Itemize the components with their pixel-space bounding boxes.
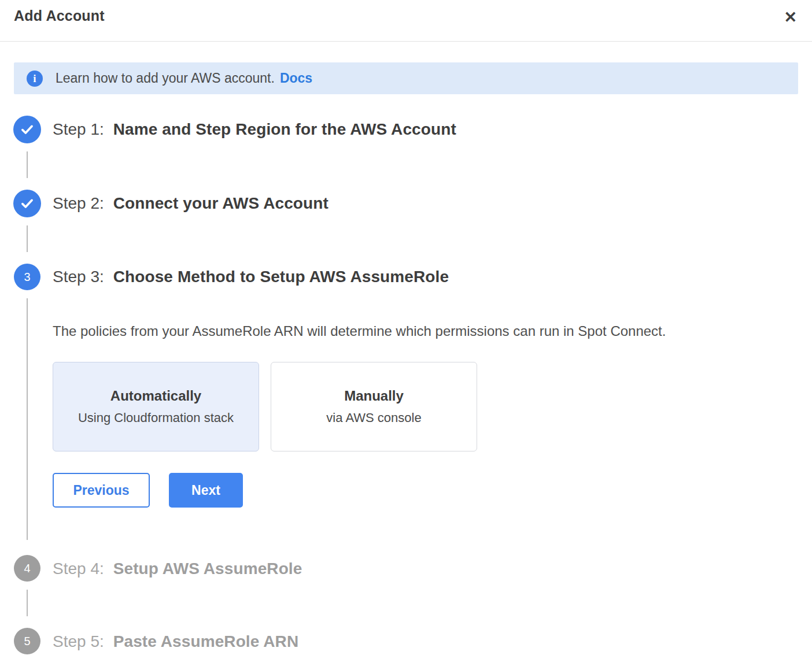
modal-title: Add Account <box>14 8 105 24</box>
close-icon: ✕ <box>784 9 797 26</box>
step-3-label: Step 3: <box>53 268 104 286</box>
step-5-title: Paste AssumeRole ARN <box>113 632 298 651</box>
step-1-header: Step 1: Name and Step Region for the AWS… <box>53 116 456 143</box>
step-5-rail: 5 <box>13 628 41 656</box>
option-automatically-subtitle: Using Cloudformation stack <box>78 410 234 425</box>
step-4-section: 4 Step 4: Setup AWS AssumeRole <box>0 555 812 616</box>
step-connector <box>27 298 28 540</box>
option-manually-title: Manually <box>344 388 404 404</box>
step-2-section: Step 2: Connect your AWS Account <box>0 190 812 252</box>
step-3-description: The policies from your AssumeRole ARN wi… <box>53 323 666 340</box>
step-3-actions: Previous Next <box>53 473 666 508</box>
add-account-modal: Add Account ✕ i Learn how to add your AW… <box>0 0 812 656</box>
step-2-label: Step 2: <box>53 194 104 213</box>
next-button[interactable]: Next <box>169 473 243 508</box>
step-5-number-circle: 5 <box>14 628 40 654</box>
previous-button[interactable]: Previous <box>53 473 150 508</box>
step-3-rail: 3 <box>13 264 41 555</box>
step-3-section: 3 Step 3: Choose Method to Setup AWS Ass… <box>0 264 812 555</box>
option-automatically[interactable]: Automatically Using Cloudformation stack <box>53 362 259 451</box>
step-5-label: Step 5: <box>53 632 104 651</box>
step-1-complete-circle <box>13 116 41 143</box>
step-5-section: 5 Step 5: Paste AssumeRole ARN <box>0 628 812 656</box>
step-3-number-circle: 3 <box>14 264 40 290</box>
step-connector <box>27 590 28 616</box>
step-4-header: Step 4: Setup AWS AssumeRole <box>53 555 302 583</box>
banner-text: Learn how to add your AWS account. <box>56 71 275 86</box>
close-button[interactable]: ✕ <box>780 8 800 28</box>
step-4-number: 4 <box>24 562 30 575</box>
step-5-number: 5 <box>24 635 30 648</box>
step-2-rail <box>13 190 41 252</box>
docs-link[interactable]: Docs <box>280 71 312 86</box>
info-banner: i Learn how to add your AWS account. Doc… <box>14 62 798 94</box>
setup-method-options: Automatically Using Cloudformation stack… <box>53 362 666 451</box>
step-5-header: Step 5: Paste AssumeRole ARN <box>53 628 298 656</box>
info-icon: i <box>27 71 43 87</box>
step-2-title: Connect your AWS Account <box>113 194 329 213</box>
step-3-body: Step 3: Choose Method to Setup AWS Assum… <box>53 264 666 555</box>
step-connector <box>27 151 28 178</box>
check-icon <box>20 196 35 211</box>
step-2-header: Step 2: Connect your AWS Account <box>53 190 329 217</box>
step-4-label: Step 4: <box>53 560 104 578</box>
step-3-header: Step 3: Choose Method to Setup AWS Assum… <box>53 264 666 290</box>
step-1-rail <box>13 116 41 178</box>
step-1-title: Name and Step Region for the AWS Account <box>113 120 456 139</box>
option-manually[interactable]: Manually via AWS console <box>271 362 477 451</box>
option-manually-subtitle: via AWS console <box>326 410 421 425</box>
step-1-section: Step 1: Name and Step Region for the AWS… <box>0 116 812 178</box>
modal-header: Add Account ✕ <box>0 0 812 42</box>
step-2-complete-circle <box>13 190 41 217</box>
wizard-steps: Step 1: Name and Step Region for the AWS… <box>0 116 812 656</box>
step-3-number: 3 <box>24 271 30 284</box>
option-automatically-title: Automatically <box>110 388 201 404</box>
step-connector <box>27 225 28 252</box>
step-3-title: Choose Method to Setup AWS AssumeRole <box>113 268 449 286</box>
check-icon <box>20 122 35 137</box>
step-4-rail: 4 <box>13 555 41 616</box>
step-4-title: Setup AWS AssumeRole <box>113 560 302 578</box>
step-1-label: Step 1: <box>53 120 104 139</box>
step-4-number-circle: 4 <box>14 555 40 582</box>
